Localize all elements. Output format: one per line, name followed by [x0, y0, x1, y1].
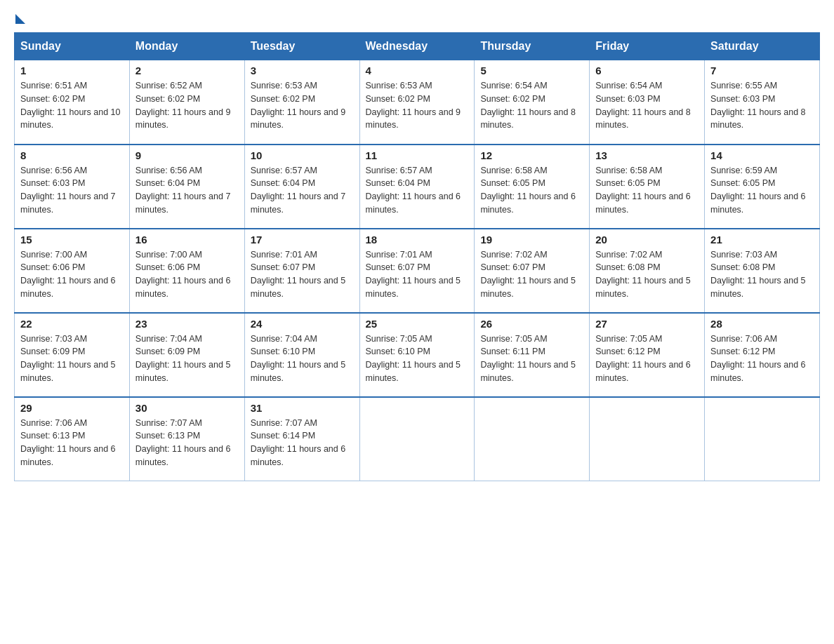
- day-info: Sunrise: 6:56 AMSunset: 6:03 PMDaylight:…: [20, 164, 124, 217]
- calendar-cell: 3Sunrise: 6:53 AMSunset: 6:02 PMDaylight…: [244, 60, 359, 145]
- day-info: Sunrise: 7:04 AMSunset: 6:10 PMDaylight:…: [251, 333, 354, 385]
- calendar-cell: [705, 397, 820, 481]
- calendar-week-row: 8Sunrise: 6:56 AMSunset: 6:03 PMDaylight…: [15, 145, 820, 229]
- calendar-cell: 13Sunrise: 6:58 AMSunset: 6:05 PMDayligh…: [590, 145, 705, 229]
- day-number: 31: [251, 402, 354, 414]
- weekday-header-monday: Monday: [129, 33, 244, 60]
- calendar-cell: 19Sunrise: 7:02 AMSunset: 6:07 PMDayligh…: [475, 229, 590, 313]
- day-number: 7: [710, 65, 814, 76]
- calendar-cell: [475, 397, 590, 481]
- day-info: Sunrise: 6:52 AMSunset: 6:02 PMDaylight:…: [135, 79, 239, 132]
- calendar-cell: 21Sunrise: 7:03 AMSunset: 6:08 PMDayligh…: [705, 229, 820, 313]
- calendar-week-row: 29Sunrise: 7:06 AMSunset: 6:13 PMDayligh…: [15, 397, 820, 481]
- day-number: 5: [480, 65, 583, 76]
- calendar-cell: 16Sunrise: 7:00 AMSunset: 6:06 PMDayligh…: [129, 229, 244, 313]
- page-header: [14, 14, 820, 18]
- day-info: Sunrise: 6:59 AMSunset: 6:05 PMDaylight:…: [710, 164, 814, 217]
- day-info: Sunrise: 7:07 AMSunset: 6:13 PMDaylight:…: [135, 417, 239, 469]
- weekday-header-row: SundayMondayTuesdayWednesdayThursdayFrid…: [15, 33, 820, 60]
- day-info: Sunrise: 6:57 AMSunset: 6:04 PMDaylight:…: [366, 164, 469, 217]
- logo-arrow-icon: [15, 14, 25, 24]
- calendar-cell: 29Sunrise: 7:06 AMSunset: 6:13 PMDayligh…: [15, 397, 130, 481]
- calendar-table: SundayMondayTuesdayWednesdayThursdayFrid…: [14, 32, 820, 481]
- day-number: 26: [480, 318, 583, 330]
- day-info: Sunrise: 6:53 AMSunset: 6:02 PMDaylight:…: [366, 79, 469, 132]
- day-number: 2: [135, 65, 239, 76]
- calendar-cell: 14Sunrise: 6:59 AMSunset: 6:05 PMDayligh…: [705, 145, 820, 229]
- day-number: 22: [20, 318, 124, 330]
- calendar-cell: [590, 397, 705, 481]
- calendar-cell: 5Sunrise: 6:54 AMSunset: 6:02 PMDaylight…: [475, 60, 590, 145]
- day-number: 18: [366, 234, 469, 246]
- calendar-cell: 8Sunrise: 6:56 AMSunset: 6:03 PMDaylight…: [15, 145, 130, 229]
- day-number: 9: [135, 149, 239, 161]
- calendar-cell: 28Sunrise: 7:06 AMSunset: 6:12 PMDayligh…: [705, 313, 820, 397]
- calendar-cell: 24Sunrise: 7:04 AMSunset: 6:10 PMDayligh…: [244, 313, 359, 397]
- day-number: 13: [595, 149, 699, 161]
- day-info: Sunrise: 6:51 AMSunset: 6:02 PMDaylight:…: [20, 79, 124, 132]
- calendar-cell: 6Sunrise: 6:54 AMSunset: 6:03 PMDaylight…: [590, 60, 705, 145]
- calendar-cell: 27Sunrise: 7:05 AMSunset: 6:12 PMDayligh…: [590, 313, 705, 397]
- day-info: Sunrise: 7:02 AMSunset: 6:07 PMDaylight:…: [480, 248, 583, 301]
- calendar-cell: 26Sunrise: 7:05 AMSunset: 6:11 PMDayligh…: [475, 313, 590, 397]
- day-number: 21: [710, 234, 814, 246]
- calendar-cell: 2Sunrise: 6:52 AMSunset: 6:02 PMDaylight…: [129, 60, 244, 145]
- day-number: 10: [251, 149, 354, 161]
- day-info: Sunrise: 7:07 AMSunset: 6:14 PMDaylight:…: [251, 417, 354, 469]
- day-info: Sunrise: 6:58 AMSunset: 6:05 PMDaylight:…: [480, 164, 583, 217]
- day-number: 25: [366, 318, 469, 330]
- day-number: 16: [135, 234, 239, 246]
- calendar-cell: 12Sunrise: 6:58 AMSunset: 6:05 PMDayligh…: [475, 145, 590, 229]
- day-number: 6: [595, 65, 699, 76]
- day-info: Sunrise: 6:54 AMSunset: 6:02 PMDaylight:…: [480, 79, 583, 132]
- calendar-cell: 31Sunrise: 7:07 AMSunset: 6:14 PMDayligh…: [244, 397, 359, 481]
- day-info: Sunrise: 6:58 AMSunset: 6:05 PMDaylight:…: [595, 164, 699, 217]
- day-number: 4: [366, 65, 469, 76]
- day-info: Sunrise: 7:06 AMSunset: 6:12 PMDaylight:…: [710, 333, 814, 385]
- logo: [14, 14, 25, 18]
- calendar-cell: 7Sunrise: 6:55 AMSunset: 6:03 PMDaylight…: [705, 60, 820, 145]
- day-info: Sunrise: 7:05 AMSunset: 6:10 PMDaylight:…: [366, 333, 469, 385]
- day-number: 23: [135, 318, 239, 330]
- calendar-cell: 15Sunrise: 7:00 AMSunset: 6:06 PMDayligh…: [15, 229, 130, 313]
- day-info: Sunrise: 6:55 AMSunset: 6:03 PMDaylight:…: [710, 79, 814, 132]
- day-number: 1: [20, 65, 124, 76]
- day-info: Sunrise: 7:05 AMSunset: 6:12 PMDaylight:…: [595, 333, 699, 385]
- weekday-header-sunday: Sunday: [15, 33, 130, 60]
- day-number: 14: [710, 149, 814, 161]
- day-info: Sunrise: 7:06 AMSunset: 6:13 PMDaylight:…: [20, 417, 124, 469]
- day-number: 17: [251, 234, 354, 246]
- calendar-cell: 22Sunrise: 7:03 AMSunset: 6:09 PMDayligh…: [15, 313, 130, 397]
- day-number: 12: [480, 149, 583, 161]
- day-info: Sunrise: 6:53 AMSunset: 6:02 PMDaylight:…: [251, 79, 354, 132]
- calendar-week-row: 22Sunrise: 7:03 AMSunset: 6:09 PMDayligh…: [15, 313, 820, 397]
- calendar-week-row: 1Sunrise: 6:51 AMSunset: 6:02 PMDaylight…: [15, 60, 820, 145]
- day-info: Sunrise: 6:54 AMSunset: 6:03 PMDaylight:…: [595, 79, 699, 132]
- day-number: 24: [251, 318, 354, 330]
- day-number: 28: [710, 318, 814, 330]
- calendar-cell: 4Sunrise: 6:53 AMSunset: 6:02 PMDaylight…: [359, 60, 475, 145]
- calendar-cell: [359, 397, 475, 481]
- day-number: 29: [20, 402, 124, 414]
- day-info: Sunrise: 7:00 AMSunset: 6:06 PMDaylight:…: [135, 248, 239, 301]
- day-info: Sunrise: 6:57 AMSunset: 6:04 PMDaylight:…: [251, 164, 354, 217]
- calendar-week-row: 15Sunrise: 7:00 AMSunset: 6:06 PMDayligh…: [15, 229, 820, 313]
- day-number: 15: [20, 234, 124, 246]
- calendar-cell: 23Sunrise: 7:04 AMSunset: 6:09 PMDayligh…: [129, 313, 244, 397]
- day-number: 19: [480, 234, 583, 246]
- day-number: 3: [251, 65, 354, 76]
- calendar-cell: 30Sunrise: 7:07 AMSunset: 6:13 PMDayligh…: [129, 397, 244, 481]
- day-number: 27: [595, 318, 699, 330]
- calendar-cell: 10Sunrise: 6:57 AMSunset: 6:04 PMDayligh…: [244, 145, 359, 229]
- calendar-cell: 25Sunrise: 7:05 AMSunset: 6:10 PMDayligh…: [359, 313, 475, 397]
- day-info: Sunrise: 7:03 AMSunset: 6:08 PMDaylight:…: [710, 248, 814, 301]
- weekday-header-saturday: Saturday: [705, 33, 820, 60]
- calendar-cell: 11Sunrise: 6:57 AMSunset: 6:04 PMDayligh…: [359, 145, 475, 229]
- day-info: Sunrise: 7:02 AMSunset: 6:08 PMDaylight:…: [595, 248, 699, 301]
- calendar-cell: 18Sunrise: 7:01 AMSunset: 6:07 PMDayligh…: [359, 229, 475, 313]
- day-number: 8: [20, 149, 124, 161]
- day-info: Sunrise: 6:56 AMSunset: 6:04 PMDaylight:…: [135, 164, 239, 217]
- day-info: Sunrise: 7:04 AMSunset: 6:09 PMDaylight:…: [135, 333, 239, 385]
- day-info: Sunrise: 7:05 AMSunset: 6:11 PMDaylight:…: [480, 333, 583, 385]
- calendar-cell: 17Sunrise: 7:01 AMSunset: 6:07 PMDayligh…: [244, 229, 359, 313]
